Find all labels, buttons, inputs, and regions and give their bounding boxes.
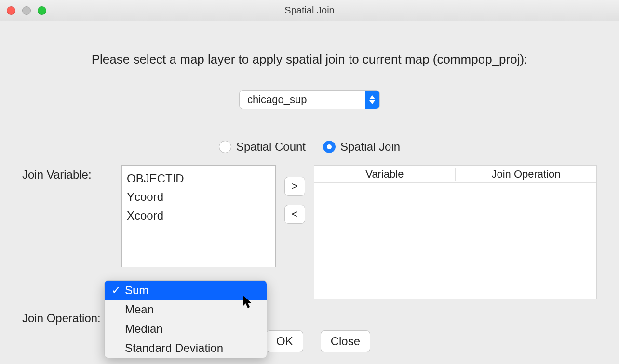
layer-select-value: chicago_sup: [240, 91, 365, 109]
list-item[interactable]: Xcoord: [127, 207, 270, 225]
window-title: Spatial Join: [284, 5, 334, 16]
table-header: Variable Join Operation: [314, 166, 596, 183]
dialog-buttons: OK Close: [266, 330, 370, 352]
radio-spatial-join[interactable]: Spatial Join: [323, 140, 400, 154]
operation-option-sum[interactable]: Sum: [105, 281, 267, 300]
dialog-body: Please select a map layer to apply spati…: [0, 21, 619, 325]
radio-icon: [323, 141, 336, 153]
list-item[interactable]: OBJECTID: [127, 169, 270, 188]
remove-variable-button[interactable]: <: [284, 205, 305, 224]
window-controls: [7, 6, 46, 15]
join-variable-row: Join Variable: OBJECTID Ycoord Xcoord > …: [19, 165, 600, 299]
updown-icon: [365, 91, 379, 109]
radio-label: Spatial Count: [236, 140, 306, 154]
close-window-button[interactable]: [7, 6, 15, 15]
variable-listbox[interactable]: OBJECTID Ycoord Xcoord: [121, 165, 276, 267]
list-item[interactable]: Ycoord: [127, 188, 270, 206]
move-buttons: > <: [284, 177, 305, 224]
operation-option-median[interactable]: Median: [105, 319, 267, 338]
radio-label: Spatial Join: [340, 140, 400, 154]
operation-option-mean[interactable]: Mean: [105, 300, 267, 319]
cursor-icon: [243, 296, 254, 310]
col-operation: Join Operation: [456, 168, 596, 181]
titlebar: Spatial Join: [0, 0, 619, 21]
ok-button[interactable]: OK: [266, 330, 303, 352]
layer-select[interactable]: chicago_sup: [239, 90, 380, 109]
selected-variables-table[interactable]: Variable Join Operation: [314, 165, 597, 299]
add-variable-button[interactable]: >: [284, 177, 305, 196]
radio-spatial-count[interactable]: Spatial Count: [219, 140, 306, 154]
instruction-text: Please select a map layer to apply spati…: [19, 52, 600, 67]
mode-radio-group: Spatial Count Spatial Join: [19, 140, 600, 154]
minimize-window-button[interactable]: [22, 6, 31, 15]
close-button[interactable]: Close: [321, 330, 370, 352]
zoom-window-button[interactable]: [38, 6, 46, 15]
radio-icon: [219, 141, 231, 153]
layer-select-row: chicago_sup: [19, 90, 600, 109]
col-variable: Variable: [314, 168, 456, 181]
join-operation-label: Join Operation:: [22, 309, 113, 325]
join-variable-label: Join Variable:: [22, 165, 113, 182]
operation-option-stddev[interactable]: Standard Deviation: [105, 338, 267, 358]
join-operation-dropdown-menu[interactable]: Sum Mean Median Standard Deviation: [104, 280, 267, 358]
